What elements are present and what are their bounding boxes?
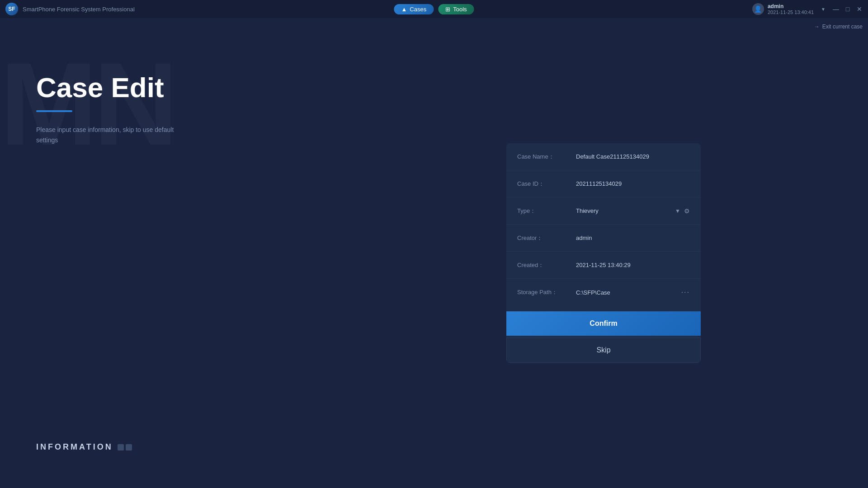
- title-underline: [36, 110, 72, 112]
- storage-path-row: Storage Path： C:\SFP\Case ···: [506, 279, 701, 306]
- titlebar: SF SmartPhone Forensic System Profession…: [0, 0, 868, 18]
- type-label: Type：: [517, 207, 576, 215]
- type-controls: ▼ ⚙: [675, 207, 690, 215]
- exit-icon: →: [814, 23, 820, 30]
- case-id-label: Case ID：: [517, 180, 576, 188]
- storage-more-icon[interactable]: ···: [681, 288, 690, 296]
- tools-label: Tools: [453, 6, 467, 13]
- right-panel: Case Name： Default Case211125134029 Case…: [339, 18, 868, 488]
- created-value: 2021-11-25 13:40:29: [576, 262, 690, 268]
- case-id-value: 20211125134029: [576, 180, 690, 187]
- cases-label: Cases: [410, 6, 426, 13]
- storage-value: C:\SFP\Case: [576, 289, 681, 296]
- titlebar-left: SF SmartPhone Forensic System Profession…: [5, 3, 135, 15]
- exit-current-case[interactable]: → Exit current case: [814, 23, 863, 30]
- case-name-row: Case Name： Default Case211125134029: [506, 143, 701, 170]
- tools-icon: ⊞: [445, 6, 450, 13]
- close-button[interactable]: ✕: [856, 6, 863, 12]
- storage-label: Storage Path：: [517, 288, 576, 296]
- user-time: 2021-11-25 13:40:41: [768, 9, 814, 15]
- creator-label: Creator：: [517, 234, 576, 242]
- info-bars: [118, 444, 132, 450]
- case-id-row: Case ID： 20211125134029: [506, 170, 701, 197]
- case-description: Please input case information, skip to u…: [36, 125, 181, 145]
- logo-text: SF: [8, 6, 15, 12]
- type-settings-icon[interactable]: ⚙: [684, 207, 690, 215]
- type-value: Thievery: [576, 207, 675, 214]
- confirm-button[interactable]: Confirm: [506, 311, 701, 336]
- cases-button[interactable]: ▲ Cases: [394, 4, 434, 14]
- titlebar-center: ▲ Cases ⊞ Tools: [394, 4, 474, 14]
- user-dropdown-arrow-icon[interactable]: ▼: [821, 7, 826, 12]
- skip-button[interactable]: Skip: [506, 338, 701, 363]
- tools-button[interactable]: ⊞ Tools: [438, 4, 474, 14]
- maximize-button[interactable]: □: [844, 6, 851, 12]
- info-bar-2: [126, 444, 132, 450]
- type-row: Type： Thievery ▼ ⚙: [506, 197, 701, 225]
- information-text: INFORMATION: [36, 442, 113, 452]
- window-controls: — □ ✕: [833, 6, 863, 12]
- information-label: INFORMATION: [36, 442, 132, 452]
- user-name: admin: [768, 3, 814, 9]
- creator-row: Creator： admin: [506, 225, 701, 252]
- bg-decoration: MN: [0, 45, 174, 163]
- case-name-value: Default Case211125134029: [576, 153, 690, 160]
- case-name-label: Case Name：: [517, 153, 576, 161]
- user-avatar: 👤: [752, 3, 764, 15]
- left-panel: MN Case Edit Please input case informati…: [0, 18, 339, 488]
- creator-value: admin: [576, 235, 690, 241]
- titlebar-right: 👤 admin 2021-11-25 13:40:41 ▼ — □ ✕: [752, 3, 863, 15]
- app-title: SmartPhone Forensic System Professional: [23, 6, 135, 13]
- info-bar-1: [118, 444, 124, 450]
- type-dropdown-icon[interactable]: ▼: [675, 208, 680, 214]
- created-label: Created：: [517, 261, 576, 269]
- created-row: Created： 2021-11-25 13:40:29: [506, 252, 701, 279]
- user-details: admin 2021-11-25 13:40:41: [768, 3, 814, 15]
- form-container: Case Name： Default Case211125134029 Case…: [506, 143, 701, 363]
- app-logo: SF: [5, 3, 18, 15]
- page-title: Case Edit: [36, 72, 312, 103]
- exit-label: Exit current case: [822, 23, 863, 30]
- cases-icon: ▲: [401, 6, 407, 13]
- user-info: 👤 admin 2021-11-25 13:40:41: [752, 3, 814, 15]
- main-content: MN Case Edit Please input case informati…: [0, 18, 868, 488]
- minimize-button[interactable]: —: [833, 6, 839, 12]
